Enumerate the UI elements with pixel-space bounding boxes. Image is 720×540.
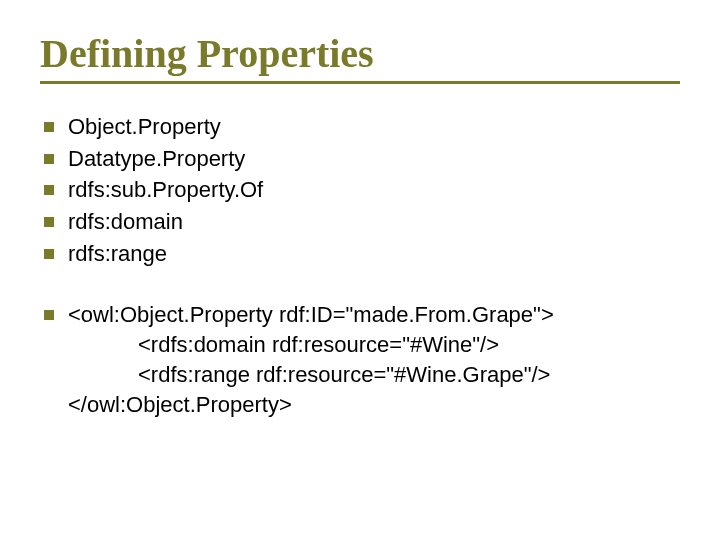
bullet-list: Object.Property Datatype.Property rdfs:s… — [40, 112, 680, 268]
list-item: rdfs:sub.Property.Of — [40, 175, 680, 205]
list-item: Datatype.Property — [40, 144, 680, 174]
code-line: <owl:Object.Property rdf:ID="made.From.G… — [68, 300, 680, 330]
square-bullet-icon — [44, 185, 54, 195]
square-bullet-icon — [44, 122, 54, 132]
list-item-label: rdfs:range — [68, 239, 680, 269]
square-bullet-icon — [44, 310, 54, 320]
square-bullet-icon — [44, 249, 54, 259]
code-block: <owl:Object.Property rdf:ID="made.From.G… — [68, 300, 680, 419]
slide: Defining Properties Object.Property Data… — [0, 0, 720, 540]
code-line: <rdfs:domain rdf:resource="#Wine"/> — [68, 330, 680, 360]
page-title: Defining Properties — [40, 30, 680, 77]
title-underline — [40, 81, 680, 84]
list-item-label: rdfs:domain — [68, 207, 680, 237]
list-item: rdfs:range — [40, 239, 680, 269]
list-item: <owl:Object.Property rdf:ID="made.From.G… — [40, 300, 680, 419]
list-item-label: Datatype.Property — [68, 144, 680, 174]
list-item-label: rdfs:sub.Property.Of — [68, 175, 680, 205]
square-bullet-icon — [44, 217, 54, 227]
square-bullet-icon — [44, 154, 54, 164]
code-line: <rdfs:range rdf:resource="#Wine.Grape"/> — [68, 360, 680, 390]
list-item-label: Object.Property — [68, 112, 680, 142]
list-item: Object.Property — [40, 112, 680, 142]
code-line: </owl:Object.Property> — [68, 390, 680, 420]
list-item: rdfs:domain — [40, 207, 680, 237]
